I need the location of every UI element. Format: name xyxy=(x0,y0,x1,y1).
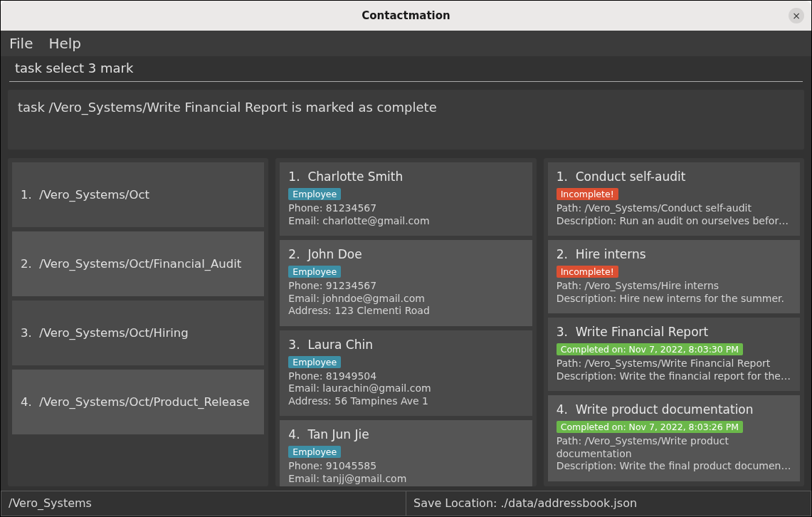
task-path: Path: /Vero_Systems/Write product docume… xyxy=(557,435,791,460)
group-item[interactable]: 3. /Vero_Systems/Oct/Hiring xyxy=(12,301,264,365)
task-path: Path: /Vero_Systems/Hire interns xyxy=(557,280,791,293)
statusbar: /Vero_Systems Save Location: ./data/addr… xyxy=(1,491,811,516)
task-card[interactable]: 2. Hire interns Incomplete! Path: /Vero_… xyxy=(548,240,800,313)
contact-phone: Phone: 91045585 xyxy=(288,460,523,473)
group-item[interactable]: 4. /Vero_Systems/Oct/Product_Release xyxy=(12,370,264,434)
task-title: 3. Write Financial Report xyxy=(557,325,791,339)
contact-email: Email: laurachin@gmail.com xyxy=(288,382,523,395)
task-name: Hire interns xyxy=(576,247,646,261)
contact-address: Address: 56 Tampines Ave 1 xyxy=(288,395,523,408)
contact-card[interactable]: 3. Laura Chin Employee Phone: 81949504 E… xyxy=(280,330,532,417)
task-card[interactable]: 3. Write Financial Report Completed on: … xyxy=(548,318,800,391)
output-text: task /Vero_Systems/Write Financial Repor… xyxy=(18,100,437,115)
contact-card[interactable]: 4. Tan Jun Jie Employee Phone: 91045585 … xyxy=(280,420,532,486)
contact-card[interactable]: 2. John Doe Employee Phone: 91234567 Ema… xyxy=(280,240,532,326)
task-title: 4. Write product documentation xyxy=(557,402,791,417)
group-label: /Vero_Systems/Oct/Financial_Audit xyxy=(39,257,241,271)
status-path: /Vero_Systems xyxy=(1,491,406,516)
columns: 1. /Vero_Systems/Oct 2. /Vero_Systems/Oc… xyxy=(1,154,811,491)
task-index: 3. xyxy=(557,325,568,339)
contact-index: 2. xyxy=(288,247,300,261)
task-name: Conduct self-audit xyxy=(576,169,686,184)
group-index: 3. xyxy=(21,326,32,340)
contact-index: 3. xyxy=(288,338,300,352)
status-save-location: Save Location: ./data/addressbook.json xyxy=(406,491,811,516)
group-index: 4. xyxy=(21,395,32,409)
group-item[interactable]: 2. /Vero_Systems/Oct/Financial_Audit xyxy=(12,231,264,296)
task-path: Path: /Vero_Systems/Write Financial Repo… xyxy=(557,357,791,370)
contact-index: 4. xyxy=(288,427,300,442)
command-input[interactable] xyxy=(9,56,803,82)
contact-name: Laura Chin xyxy=(307,338,373,352)
task-name: Write Financial Report xyxy=(576,325,709,339)
close-icon[interactable]: × xyxy=(789,8,804,24)
contact-address: Address: 123 Clementi Road xyxy=(288,305,523,318)
task-desc: Description: Run an audit on ourselves b… xyxy=(557,215,791,228)
group-index: 1. xyxy=(21,188,32,202)
contact-address: Address: 22 Jurong Blvd xyxy=(288,485,523,486)
group-label: /Vero_Systems/Oct/Hiring xyxy=(39,326,189,340)
menubar: File Help xyxy=(1,31,811,56)
task-title: 2. Hire interns xyxy=(557,247,791,261)
contact-name: Tan Jun Jie xyxy=(307,427,369,442)
task-name: Write product documentation xyxy=(576,402,754,417)
app-root: File Help task /Vero_Systems/Write Finan… xyxy=(1,31,811,516)
tasks-panel[interactable]: 1. Conduct self-audit Incomplete! Path: … xyxy=(544,158,804,486)
group-index: 2. xyxy=(21,257,32,271)
task-title: 1. Conduct self-audit xyxy=(557,169,791,184)
role-badge: Employee xyxy=(288,266,341,278)
task-index: 2. xyxy=(557,247,568,261)
contact-title: 3. Laura Chin xyxy=(288,338,523,352)
group-item[interactable]: 1. /Vero_Systems/Oct xyxy=(12,162,264,227)
task-path: Path: /Vero_Systems/Conduct self-audit xyxy=(557,202,791,215)
menu-help[interactable]: Help xyxy=(48,35,81,52)
status-badge: Completed on: Nov 7, 2022, 8:03:26 PM xyxy=(557,421,743,433)
contact-phone: Phone: 91234567 xyxy=(288,280,523,293)
window-title: Contactmation xyxy=(362,9,450,22)
command-input-wrap xyxy=(1,56,811,84)
group-label: /Vero_Systems/Oct xyxy=(39,188,149,202)
status-badge: Incomplete! xyxy=(557,266,618,278)
role-badge: Employee xyxy=(288,188,341,200)
contact-index: 1. xyxy=(288,169,300,184)
task-desc: Description: Write the final product doc… xyxy=(557,460,791,473)
contact-name: Charlotte Smith xyxy=(307,169,403,184)
contact-phone: Phone: 81234567 xyxy=(288,202,523,215)
contact-title: 2. John Doe xyxy=(288,247,523,261)
task-desc: Description: Write the financial report … xyxy=(557,370,791,383)
contact-title: 1. Charlotte Smith xyxy=(288,169,523,184)
output-box: task /Vero_Systems/Write Financial Repor… xyxy=(8,90,804,150)
task-index: 1. xyxy=(557,169,568,184)
group-label: /Vero_Systems/Oct/Product_Release xyxy=(39,395,250,409)
role-badge: Employee xyxy=(288,446,341,458)
task-desc: Description: Hire new interns for the su… xyxy=(557,293,791,306)
task-card[interactable]: 1. Conduct self-audit Incomplete! Path: … xyxy=(548,162,800,236)
role-badge: Employee xyxy=(288,356,341,368)
task-card[interactable]: 4. Write product documentation Completed… xyxy=(548,395,800,481)
close-glyph: × xyxy=(792,10,801,21)
contact-phone: Phone: 81949504 xyxy=(288,370,523,383)
task-index: 4. xyxy=(557,402,568,417)
contacts-panel[interactable]: 1. Charlotte Smith Employee Phone: 81234… xyxy=(275,158,536,486)
contact-email: Email: johndoe@gmail.com xyxy=(288,293,523,306)
groups-panel[interactable]: 1. /Vero_Systems/Oct 2. /Vero_Systems/Oc… xyxy=(8,158,268,486)
status-badge: Incomplete! xyxy=(557,188,618,200)
contact-title: 4. Tan Jun Jie xyxy=(288,427,523,442)
menu-file[interactable]: File xyxy=(9,35,33,52)
contact-email: Email: charlotte@gmail.com xyxy=(288,215,523,228)
window-titlebar: Contactmation × xyxy=(1,1,811,31)
contact-card[interactable]: 1. Charlotte Smith Employee Phone: 81234… xyxy=(280,162,532,236)
contact-email: Email: tanjj@gmail.com xyxy=(288,473,523,486)
contact-name: John Doe xyxy=(307,247,362,261)
status-badge: Completed on: Nov 7, 2022, 8:03:30 PM xyxy=(557,343,743,355)
